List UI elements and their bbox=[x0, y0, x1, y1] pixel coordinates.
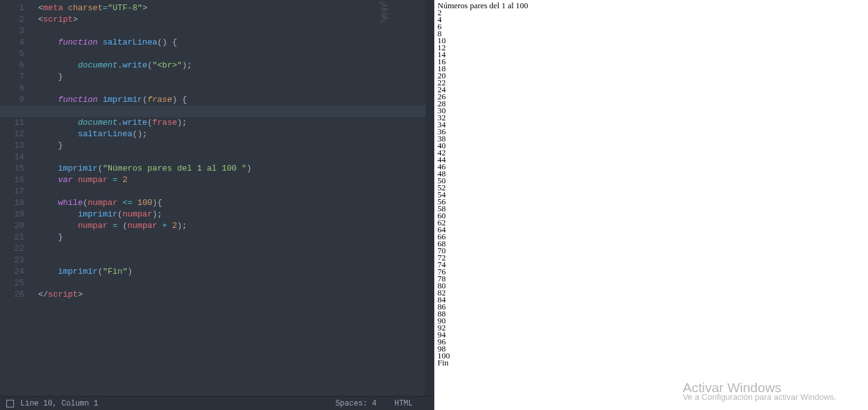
code-line[interactable]: <script> bbox=[32, 14, 434, 25]
code-line[interactable]: function saltarLinea() { bbox=[32, 37, 434, 48]
scrollbar-track[interactable] bbox=[425, 0, 434, 396]
code-line[interactable]: document.write("<br>"); bbox=[32, 60, 434, 71]
line-number: 7 bbox=[0, 71, 24, 83]
output-number: 8 bbox=[437, 30, 865, 37]
language-mode[interactable]: HTML bbox=[394, 399, 413, 408]
output-number: 20 bbox=[437, 72, 865, 79]
code-line[interactable]: imprimir("Fin") bbox=[32, 266, 434, 278]
watermark-title: Activar Windows bbox=[683, 384, 836, 391]
line-number: 8 bbox=[0, 83, 24, 94]
minimap[interactable]: ▬▬▬▬▬▬▬ ▬▬▬ ▬▬▬▬▬▬▬▬ ▬▬▬▬▬▬▬ ▬ ▬▬▬▬▬▬▬▬ … bbox=[380, 2, 424, 40]
line-number: 14 bbox=[0, 152, 24, 163]
output-number: 82 bbox=[437, 289, 865, 296]
output-number: 96 bbox=[437, 338, 865, 345]
output-number: 56 bbox=[437, 198, 865, 205]
output-number: 14 bbox=[437, 51, 865, 58]
line-number: 23 bbox=[0, 255, 24, 266]
code-line[interactable] bbox=[32, 83, 434, 94]
output-number: 32 bbox=[437, 114, 865, 121]
code-line[interactable]: <meta charset="UTF-8"> bbox=[32, 3, 434, 14]
code-line[interactable] bbox=[32, 48, 434, 60]
output-number: 92 bbox=[437, 324, 865, 331]
code-editor-pane: 1234567891011121314151617181920212223242… bbox=[0, 0, 434, 410]
line-number: 15 bbox=[0, 163, 24, 174]
line-number: 1 bbox=[0, 3, 24, 14]
output-number: 44 bbox=[437, 156, 865, 163]
line-number: 22 bbox=[0, 243, 24, 255]
code-line[interactable] bbox=[32, 186, 434, 197]
output-number: 42 bbox=[437, 149, 865, 156]
output-number: 16 bbox=[437, 58, 865, 65]
line-number: 5 bbox=[0, 48, 24, 60]
code-line[interactable]: function imprimir(frase) { bbox=[32, 94, 434, 106]
output-number: 94 bbox=[437, 331, 865, 338]
code-line[interactable] bbox=[0, 106, 434, 117]
output-number: 4 bbox=[437, 16, 865, 23]
code-area[interactable]: 1234567891011121314151617181920212223242… bbox=[0, 0, 434, 396]
output-number: 36 bbox=[437, 128, 865, 135]
code-line[interactable]: imprimir("Números pares del 1 al 100 ") bbox=[32, 163, 434, 174]
browser-output-pane: Números pares del 1 al 100 2468101214161… bbox=[434, 0, 868, 410]
code-line[interactable] bbox=[32, 278, 434, 289]
line-number: 9 bbox=[0, 94, 24, 106]
line-number: 26 bbox=[0, 289, 24, 300]
output-number: 34 bbox=[437, 121, 865, 128]
output-number: 70 bbox=[437, 247, 865, 254]
line-number: 18 bbox=[0, 197, 24, 209]
panel-icon[interactable] bbox=[6, 400, 14, 407]
code-line[interactable]: } bbox=[32, 140, 434, 152]
output-number: 74 bbox=[437, 261, 865, 268]
watermark-subtitle: Ve a Configuración para activar Windows. bbox=[683, 393, 836, 400]
windows-activation-watermark: Activar Windows Ve a Configuración para … bbox=[683, 384, 836, 391]
output-number: 26 bbox=[437, 93, 865, 100]
code-line[interactable]: } bbox=[32, 232, 434, 243]
output-number: 10 bbox=[437, 37, 865, 44]
code-line[interactable]: document.write(frase); bbox=[32, 117, 434, 129]
minimap-content: ▬▬▬▬▬▬▬ ▬▬▬ ▬▬▬▬▬▬▬▬ ▬▬▬▬▬▬▬ ▬ ▬▬▬▬▬▬▬▬ … bbox=[380, 2, 424, 24]
status-bar: Line 10, Column 1 Spaces: 4 HTML bbox=[0, 396, 434, 410]
output-number: 88 bbox=[437, 310, 865, 317]
line-number: 12 bbox=[0, 129, 24, 140]
indent-setting[interactable]: Spaces: 4 bbox=[335, 399, 376, 408]
line-number: 19 bbox=[0, 209, 24, 220]
line-number: 11 bbox=[0, 117, 24, 129]
code-line[interactable] bbox=[32, 255, 434, 266]
output-number: 52 bbox=[437, 184, 865, 191]
line-number: 21 bbox=[0, 232, 24, 243]
output-number: 54 bbox=[437, 191, 865, 198]
code-line[interactable] bbox=[32, 25, 434, 37]
line-number: 20 bbox=[0, 220, 24, 232]
output-number: 6 bbox=[437, 23, 865, 30]
output-number: 90 bbox=[437, 317, 865, 324]
code-line[interactable]: numpar = (numpar + 2); bbox=[32, 220, 434, 232]
output-number: 76 bbox=[437, 268, 865, 275]
output-number: 30 bbox=[437, 107, 865, 114]
output-number: 24 bbox=[437, 86, 865, 93]
line-number: 2 bbox=[0, 14, 24, 25]
code-line[interactable]: saltarLinea(); bbox=[32, 129, 434, 140]
line-number: 4 bbox=[0, 37, 24, 48]
output-number: 72 bbox=[437, 254, 865, 261]
code-line[interactable]: </script> bbox=[32, 289, 434, 300]
output-number: 48 bbox=[437, 170, 865, 177]
output-number: 80 bbox=[437, 282, 865, 289]
line-number: 24 bbox=[0, 266, 24, 278]
code-line[interactable]: imprimir(numpar); bbox=[32, 209, 434, 220]
code-content[interactable]: <meta charset="UTF-8"><script> function … bbox=[32, 0, 434, 396]
output-number: 38 bbox=[437, 135, 865, 142]
output-number: 58 bbox=[437, 205, 865, 212]
output-number: 86 bbox=[437, 303, 865, 310]
output-number: 60 bbox=[437, 212, 865, 219]
code-line[interactable]: var numpar = 2 bbox=[32, 174, 434, 186]
code-line[interactable] bbox=[32, 152, 434, 163]
output-number: 40 bbox=[437, 142, 865, 149]
line-number: 17 bbox=[0, 186, 24, 197]
code-line[interactable]: while(numpar <= 100){ bbox=[32, 197, 434, 209]
line-number: 13 bbox=[0, 140, 24, 152]
output-number: 46 bbox=[437, 163, 865, 170]
code-line[interactable] bbox=[32, 243, 434, 255]
cursor-position[interactable]: Line 10, Column 1 bbox=[20, 399, 98, 408]
line-number-gutter: 1234567891011121314151617181920212223242… bbox=[0, 0, 32, 396]
code-line[interactable]: } bbox=[32, 71, 434, 83]
line-number: 6 bbox=[0, 60, 24, 71]
